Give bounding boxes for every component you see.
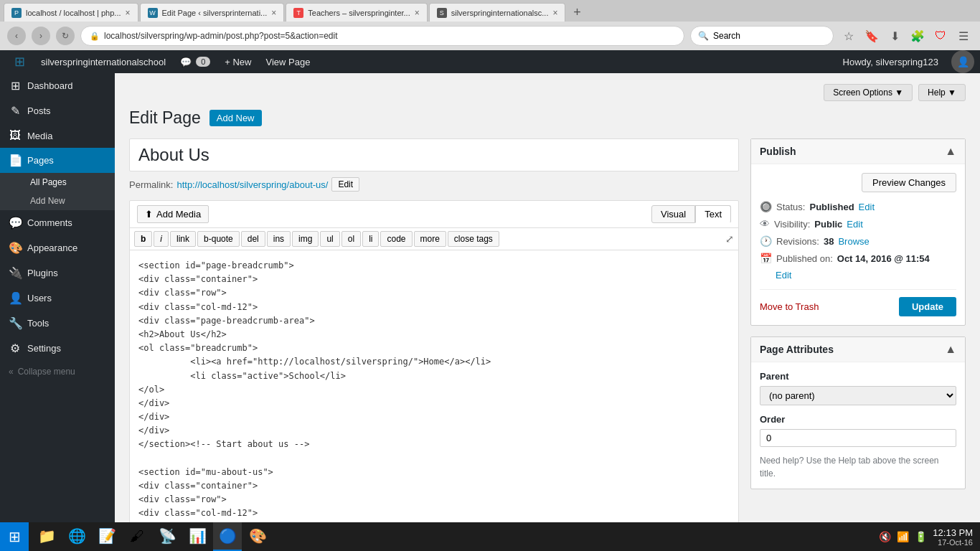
tab-close-3[interactable]: ×: [415, 8, 420, 18]
bookmark-star-icon[interactable]: ☆: [839, 27, 858, 45]
tab-text[interactable]: Text: [695, 205, 731, 223]
user-avatar[interactable]: 👤: [951, 50, 974, 73]
sidebar-item-tools[interactable]: 🔧 Tools: [0, 311, 115, 336]
code-editor[interactable]: <section id="page-breadcrumb"> <div clas…: [130, 250, 738, 523]
view-page-item[interactable]: View Page: [259, 50, 318, 73]
taskbar-app-spreadsheet[interactable]: 📊: [183, 522, 212, 551]
taskbar-time[interactable]: 12:13 PM 17-Oct-16: [933, 527, 973, 547]
back-button[interactable]: ‹: [7, 27, 26, 45]
format-bquote[interactable]: b-quote: [197, 231, 240, 247]
taskbar-app-misc[interactable]: 🎨: [243, 522, 272, 551]
page-attributes-header[interactable]: Page Attributes ▲: [751, 337, 965, 362]
taskbar-app-explorer[interactable]: 📁: [32, 522, 61, 551]
add-media-button[interactable]: ⬆ Add Media: [137, 205, 209, 223]
format-bold[interactable]: b: [134, 231, 152, 247]
collapse-label: Collapse menu: [18, 367, 75, 377]
network-icon[interactable]: 📶: [897, 531, 909, 542]
taskbar-app-notepad[interactable]: 📝: [93, 522, 121, 551]
content-area: Screen Options ▼ Help ▼ Edit Page Add Ne…: [115, 73, 980, 551]
site-name-item[interactable]: silverspringinternationalschool: [34, 50, 173, 73]
search-bar[interactable]: 🔍 Search: [690, 26, 834, 46]
battery-icon[interactable]: 🔋: [915, 531, 927, 542]
revisions-icon: 🕐: [760, 235, 772, 247]
sidebar-item-media[interactable]: 🖼 Media: [0, 123, 115, 148]
expand-editor-icon[interactable]: ⤢: [725, 233, 734, 245]
browser-tab-4[interactable]: S silverspringinternationalsc... ×: [429, 3, 566, 22]
format-li[interactable]: li: [362, 231, 379, 247]
format-ins[interactable]: ins: [267, 231, 291, 247]
taskbar-right: 🔇 📶 🔋 12:13 PM 17-Oct-16: [879, 527, 980, 547]
help-button[interactable]: Help ▼: [918, 84, 966, 101]
status-edit-link[interactable]: Edit: [859, 202, 875, 212]
collapse-menu-button[interactable]: « Collapse menu: [0, 361, 115, 382]
comments-item[interactable]: 💬 0: [173, 50, 217, 73]
sidebar-subitem-add-new[interactable]: Add New: [22, 192, 115, 210]
taskbar-app-ie[interactable]: 🌐: [62, 522, 91, 551]
add-new-button[interactable]: Add New: [209, 110, 262, 126]
format-img[interactable]: img: [292, 231, 319, 247]
browser-tab-2[interactable]: W Edit Page ‹ silversprinternati... ×: [140, 3, 285, 22]
publish-box-header[interactable]: Publish ▲: [751, 139, 965, 164]
permalink-link[interactable]: http://localhost/silverspring/about-us/: [176, 179, 328, 190]
forward-button[interactable]: ›: [32, 27, 50, 45]
explorer-icon: 📁: [38, 527, 56, 545]
editor-main: Permalink: http://localhost/silverspring…: [129, 138, 739, 526]
tab-label-1: localhost / localhost | php...: [26, 9, 121, 17]
volume-icon[interactable]: 🔇: [879, 531, 891, 542]
tab-close-1[interactable]: ×: [126, 8, 131, 18]
browser-tab-1[interactable]: P localhost / localhost | php... ×: [4, 3, 138, 22]
tab-close-2[interactable]: ×: [271, 8, 276, 18]
parent-select[interactable]: (no parent): [760, 386, 956, 405]
url-bar[interactable]: 🔒 localhost/silverspring/wp-admin/post.p…: [80, 26, 684, 46]
trash-link[interactable]: Move to Trash: [760, 301, 819, 312]
tab-label-3: Teachers – silverspringinter...: [308, 9, 410, 17]
format-code[interactable]: code: [380, 231, 412, 247]
sidebar-item-pages[interactable]: 📄 Pages: [0, 148, 115, 173]
tab-close-4[interactable]: ×: [552, 8, 557, 18]
wp-logo[interactable]: ⊞: [6, 50, 34, 73]
extension-icon[interactable]: 🧩: [908, 27, 927, 45]
sidebar-item-label-settings: Settings: [27, 343, 61, 354]
tab-visual[interactable]: Visual: [651, 205, 695, 223]
format-italic[interactable]: i: [154, 231, 169, 247]
revisions-browse-link[interactable]: Browse: [838, 236, 869, 247]
download-icon[interactable]: ⬇: [885, 27, 904, 45]
screen-options-button[interactable]: Screen Options ▼: [824, 84, 913, 101]
format-ul[interactable]: ul: [320, 231, 339, 247]
adblock-icon[interactable]: 🛡: [931, 27, 950, 45]
sidebar-item-settings[interactable]: ⚙ Settings: [0, 336, 115, 361]
preview-changes-button[interactable]: Preview Changes: [862, 173, 956, 192]
bookmark-list-icon[interactable]: 🔖: [862, 27, 881, 45]
format-close-tags[interactable]: close tags: [448, 231, 499, 247]
order-input[interactable]: [760, 429, 956, 447]
page-attributes-body: Parent (no parent) Order Need help? Use …: [751, 362, 965, 489]
sidebar-item-users[interactable]: 👤 Users: [0, 286, 115, 311]
taskbar-app-paint[interactable]: 🖌: [123, 522, 151, 551]
page-title-input[interactable]: [129, 138, 739, 171]
taskbar-app-filezilla[interactable]: 📡: [153, 522, 182, 551]
visibility-edit-link[interactable]: Edit: [847, 219, 862, 230]
published-edit-link[interactable]: Edit: [776, 270, 791, 281]
format-more[interactable]: more: [414, 231, 446, 247]
menu-icon[interactable]: ☰: [954, 27, 973, 45]
permalink-edit-button[interactable]: Edit: [331, 177, 359, 192]
format-link[interactable]: link: [170, 231, 196, 247]
format-ol[interactable]: ol: [341, 231, 361, 247]
browser-tab-3[interactable]: T Teachers – silverspringinter... ×: [286, 3, 427, 22]
sidebar-item-appearance[interactable]: 🎨 Appearance: [0, 235, 115, 260]
refresh-button[interactable]: ↻: [56, 27, 75, 45]
sidebar-item-comments[interactable]: 💬 Comments: [0, 210, 115, 235]
page-title: Edit Page: [129, 108, 201, 128]
update-button[interactable]: Update: [899, 297, 956, 316]
sidebar-item-plugins[interactable]: 🔌 Plugins: [0, 260, 115, 286]
format-toolbar: b i link b-quote del ins img ul ol li co…: [130, 228, 738, 250]
sidebar-subitem-all-pages[interactable]: All Pages: [22, 173, 115, 192]
taskbar-app-chrome[interactable]: 🔵: [213, 522, 242, 551]
format-del[interactable]: del: [241, 231, 265, 247]
sidebar-item-posts[interactable]: ✎ Posts: [0, 98, 115, 123]
new-tab-button[interactable]: +: [567, 3, 587, 22]
sidebar-item-dashboard[interactable]: ⊞ Dashboard: [0, 73, 115, 98]
sidebar-item-label-appearance: Appearance: [27, 242, 77, 253]
new-item[interactable]: + New: [217, 50, 258, 73]
start-button[interactable]: ⊞: [0, 522, 29, 551]
